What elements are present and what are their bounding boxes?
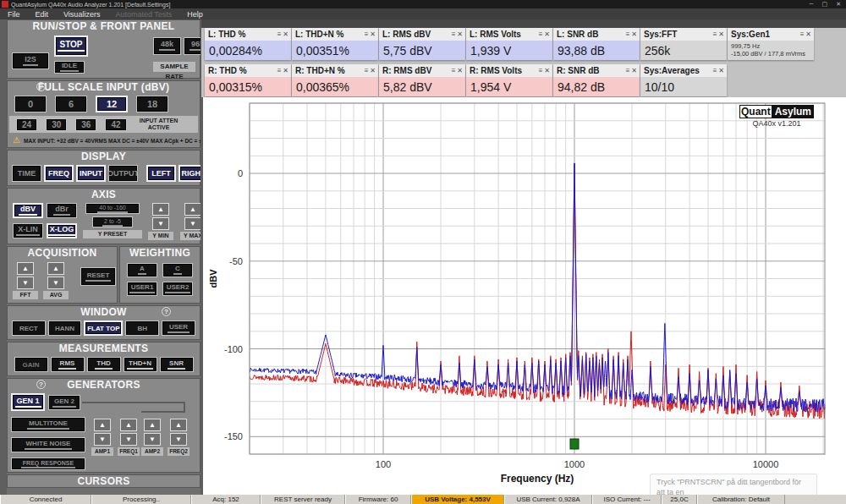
help-icon[interactable]: ?	[162, 307, 171, 316]
meas-snr-button[interactable]: SNR	[160, 357, 194, 372]
freq-response-button[interactable]: FREQ RESPONSE	[11, 457, 85, 470]
menu-file[interactable]: File	[0, 10, 28, 19]
amp2-up-button[interactable]: ▲	[144, 419, 161, 431]
menu-help[interactable]: Help	[179, 10, 211, 19]
panel-menu-icon[interactable]: ≡	[712, 67, 718, 74]
panel-close-icon[interactable]: ✕	[456, 30, 464, 38]
display-left-button[interactable]: LEFT	[146, 165, 176, 182]
fsi-36-button[interactable]: 36	[75, 118, 96, 131]
fsi-18-button[interactable]: 18	[136, 96, 168, 112]
i2s-button[interactable]: I2S	[12, 52, 49, 69]
panel-close-icon[interactable]: ✕	[456, 67, 464, 74]
display-output-button[interactable]: OUTPUT	[108, 165, 138, 182]
panel-menu-icon[interactable]: ≡	[451, 67, 457, 74]
fsi-0-button[interactable]: 0	[14, 96, 47, 112]
freq1-down-button[interactable]: ▼	[120, 433, 137, 446]
panel-close-icon[interactable]: ✕	[369, 67, 376, 74]
fft-down-button[interactable]: ▼	[17, 277, 34, 289]
gen2-button[interactable]: GEN 2	[48, 395, 80, 410]
readout-r-snr[interactable]: R: SNR dB≡✕ 94,82 dB	[553, 64, 640, 96]
axis-dbv-button[interactable]: dBV	[13, 203, 43, 218]
window-flattop-button[interactable]: FLAT TOP	[84, 320, 123, 336]
axis-xlog-button[interactable]: X-LOG	[47, 223, 77, 238]
readout-l-rms-volts[interactable]: L: RMS Volts≡✕ 1,939 V	[466, 28, 552, 60]
readout-r-thdn[interactable]: R: THD+N %≡✕ 0,00365%	[292, 64, 378, 96]
meas-thd-button[interactable]: THD	[87, 357, 121, 372]
display-time-button[interactable]: TIME	[12, 165, 41, 182]
help-icon[interactable]: ?	[36, 380, 46, 389]
window-user-button[interactable]: USER	[162, 320, 195, 336]
readout-sys-averages[interactable]: Sys:Averages≡✕ 10/10	[640, 64, 727, 96]
axis-dbr-button[interactable]: dBr	[47, 203, 77, 218]
freq1-up-button[interactable]: ▲	[120, 419, 137, 431]
menu-visualizers[interactable]: Visualizers	[56, 10, 107, 19]
readout-sys-fft[interactable]: Sys:FFT≡✕ 256k	[640, 28, 727, 60]
panel-menu-icon[interactable]: ≡	[538, 30, 544, 38]
display-freq-button[interactable]: FREQ	[44, 165, 74, 182]
rate-48k-button[interactable]: 48k	[153, 37, 181, 55]
weighting-user2-button[interactable]: USER2	[162, 282, 193, 296]
fsi-30-button[interactable]: 30	[46, 118, 67, 131]
freq2-down-button[interactable]: ▼	[170, 433, 187, 446]
readout-l-thd[interactable]: L: THD %≡✕ 0,00284%	[205, 28, 291, 60]
panel-menu-icon[interactable]: ≡	[625, 67, 631, 74]
window-rect-button[interactable]: RECT	[12, 320, 46, 336]
y-preset-40-160-button[interactable]: 40 to -160	[85, 203, 140, 214]
panel-close-icon[interactable]: ✕	[543, 67, 551, 74]
panel-menu-icon[interactable]: ≡	[538, 67, 544, 74]
freq2-up-button[interactable]: ▲	[170, 419, 187, 431]
meas-gain-button[interactable]: GAIN	[14, 357, 48, 372]
weighting-c-button[interactable]: C	[162, 263, 193, 277]
fft-up-button[interactable]: ▲	[17, 262, 34, 275]
fsi-6-button[interactable]: 6	[55, 96, 87, 112]
panel-close-icon[interactable]: ✕	[369, 30, 376, 38]
fsi-12-button[interactable]: 12	[96, 96, 128, 112]
fsi-24-button[interactable]: 24	[16, 118, 37, 131]
ymax-down-button[interactable]: ▼	[184, 217, 201, 230]
white-noise-button[interactable]: WHITE NOISE	[11, 437, 85, 452]
panel-close-icon[interactable]: ✕	[543, 30, 551, 38]
panel-menu-icon[interactable]: ≡	[364, 67, 370, 74]
stop-button[interactable]: STOP	[54, 36, 88, 57]
panel-menu-icon[interactable]: ≡	[712, 30, 718, 38]
reset-button[interactable]: RESET	[80, 267, 116, 286]
window-hann-button[interactable]: HANN	[48, 320, 82, 336]
minimize-icon[interactable]: ─	[810, 0, 814, 8]
meas-thdn-button[interactable]: THD+N	[124, 357, 157, 372]
y-preset-2-5-button[interactable]: 2 to -5	[92, 216, 133, 227]
ymin-up-button[interactable]: ▲	[152, 203, 169, 216]
display-right-button[interactable]: RIGHT	[179, 165, 201, 182]
panel-close-icon[interactable]: ✕	[717, 30, 725, 38]
amp1-down-button[interactable]: ▼	[94, 433, 111, 446]
panel-close-icon[interactable]: ✕	[805, 30, 812, 38]
multitone-button[interactable]: MULTITONE	[11, 417, 85, 432]
fsi-42-button[interactable]: 42	[105, 118, 126, 131]
panel-close-icon[interactable]: ✕	[630, 30, 638, 38]
window-bh-button[interactable]: BH	[125, 320, 159, 336]
rate-96k-button[interactable]: 96k	[184, 37, 201, 55]
readout-l-rms-dbv[interactable]: L: RMS dBV≡✕ 5,75 dBV	[379, 28, 465, 60]
idle-button[interactable]: IDLE	[54, 61, 85, 74]
ymin-down-button[interactable]: ▼	[152, 217, 169, 230]
panel-menu-icon[interactable]: ≡	[364, 30, 370, 38]
axis-xlin-button[interactable]: X-LIN	[13, 223, 43, 238]
amp2-down-button[interactable]: ▼	[144, 433, 161, 446]
amp1-up-button[interactable]: ▲	[94, 419, 111, 431]
weighting-a-button[interactable]: A	[127, 263, 157, 277]
weighting-user1-button[interactable]: USER1	[127, 282, 157, 296]
readout-r-rms-volts[interactable]: R: RMS Volts≡✕ 1,954 V	[466, 64, 552, 96]
menu-edit[interactable]: Edit	[28, 10, 57, 19]
readout-sys-gen1[interactable]: Sys:Gen1≡✕ 999,75 Hz-15,00 dBV / 177,8 m…	[728, 28, 814, 60]
panel-menu-icon[interactable]: ≡	[625, 30, 631, 38]
panel-close-icon[interactable]: ✕	[282, 30, 289, 38]
display-input-button[interactable]: INPUT	[76, 165, 106, 182]
panel-menu-icon[interactable]: ≡	[277, 67, 283, 74]
panel-menu-icon[interactable]: ≡	[799, 30, 805, 38]
readout-l-thdn[interactable]: L: THD+N %≡✕ 0,00351%	[292, 28, 378, 60]
panel-close-icon[interactable]: ✕	[630, 67, 638, 74]
panel-menu-icon[interactable]: ≡	[277, 30, 283, 38]
readout-r-rms-dbv[interactable]: R: RMS dBV≡✕ 5,82 dBV	[379, 64, 465, 96]
maximize-icon[interactable]: ▢	[822, 0, 828, 8]
avg-down-button[interactable]: ▼	[47, 277, 64, 289]
panel-close-icon[interactable]: ✕	[282, 67, 289, 74]
